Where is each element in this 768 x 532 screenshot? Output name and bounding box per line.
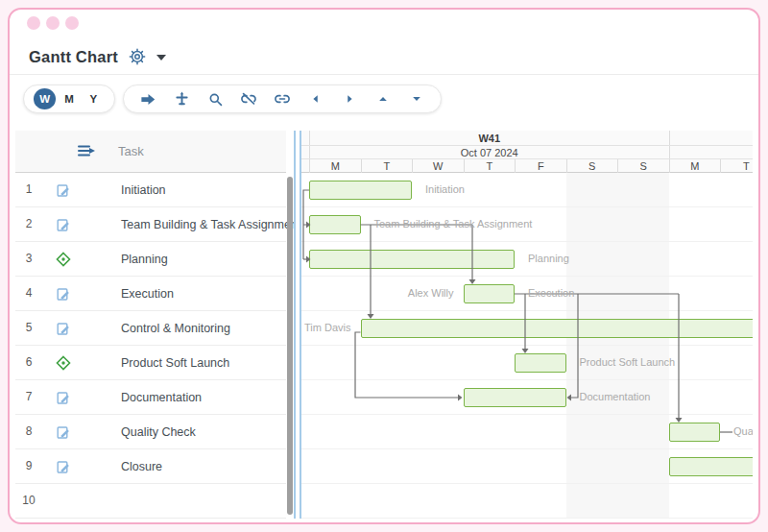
taskbar-product-soft-launch[interactable] [515,353,566,373]
grid-vertical-scrollbar[interactable] [287,177,293,515]
edit-icon[interactable] [56,217,71,232]
row-number: 1 [15,182,42,196]
arrow-right-icon[interactable] [137,88,158,109]
timeline-week-tier: W41 [301,131,753,146]
chart-row [301,277,753,311]
taskbar-quality-check[interactable] [669,423,721,442]
date-cell [669,146,754,158]
window-dot [27,16,40,30]
caret-up-icon[interactable] [372,88,394,109]
day-cell: W [412,159,464,173]
window-dot [46,16,60,30]
window-dots [27,16,79,30]
day-cell: S [617,159,669,173]
unlink-icon[interactable] [238,88,259,109]
edit-icon[interactable] [56,182,71,198]
day-cell: F [515,159,566,173]
timeline-day-tier: MTWTFSSMT [301,159,753,173]
taskbar-right-label: Execution [528,287,574,299]
week-label: W41 [309,131,669,145]
task-grid: Task 1Initiation2Team Building & Task As… [15,131,286,519]
toolbar: WMY [10,85,758,113]
task-row-7[interactable]: 7Documentation [15,380,286,415]
taskbar-control-monitoring[interactable] [361,319,754,338]
task-name: Planning [121,253,168,266]
milestone-icon[interactable] [56,355,71,371]
day-cell: T [361,159,413,173]
edit-icon[interactable] [56,321,71,336]
task-row-4[interactable]: 4Execution [15,277,286,311]
task-row-6[interactable]: 6Product Soft Launch [15,346,286,380]
taskbar-team-building-task-assignment[interactable] [309,215,361,234]
page-title: Gantt Chart [29,48,118,66]
window-dot [65,16,79,30]
taskbar-right-label: Quality Check [733,425,753,437]
taskbar-documentation[interactable] [464,388,566,407]
taskbar-initiation[interactable] [309,181,412,200]
row-number: 10 [15,494,42,507]
edit-icon[interactable] [56,459,71,474]
taskbar-right-label: Documentation [580,391,651,402]
view-mode-group: WMY [23,85,115,113]
link-icon[interactable] [272,88,293,109]
task-row-10[interactable]: 10 [15,484,286,519]
view-mode-y-button[interactable]: Y [83,88,105,109]
edit-icon[interactable] [56,390,71,405]
timeline-date-tier: Oct 07 2024 [301,146,753,159]
task-row-9[interactable]: 9Closure [15,449,286,484]
search-icon[interactable] [204,88,226,109]
edit-icon[interactable] [56,424,71,440]
taskbar-closure[interactable] [669,457,754,476]
taskbar-right-label: Team Building & Task Assignment [374,218,533,230]
chart-row [301,484,753,519]
date-label: Oct 07 2024 [309,146,669,158]
taskbar-planning[interactable] [309,250,515,269]
task-row-2[interactable]: 2Team Building & Task Assignment [15,207,286,242]
task-grid-header[interactable]: Task [15,131,286,173]
view-mode-w-button[interactable]: W [34,88,56,109]
column-menu-icon[interactable] [77,143,96,162]
day-cell: M [669,159,721,173]
caret-left-icon[interactable] [305,88,326,109]
row-number: 7 [15,390,42,403]
view-mode-m-button[interactable]: M [58,88,80,109]
row-number: 5 [15,321,42,334]
timeline-header: W41 Oct 07 2024 MTWTFSSMT [301,131,753,173]
taskbar-left-label: Tim Davis [304,322,350,333]
task-row-8[interactable]: 8Quality Check [15,415,286,449]
milestone-icon[interactable] [56,252,71,267]
task-name: Team Building & Task Assignment [121,218,300,231]
edit-icon[interactable] [56,286,71,302]
day-cell: T [720,159,753,173]
task-row-5[interactable]: 5Control & Monitoring [15,311,286,346]
chart-body: InitiationTeam Building & Task Assignmen… [301,173,753,519]
row-number: 2 [15,217,42,230]
caret-down-icon[interactable] [406,88,427,109]
task-row-1[interactable]: 1Initiation [15,173,286,207]
row-number: 3 [15,252,42,265]
task-column-header: Task [118,144,144,158]
toolbar-icon-group [123,85,442,113]
day-cell: M [309,159,361,173]
task-row-3[interactable]: 3Planning [15,242,286,277]
grid-chart-splitter[interactable] [294,131,301,519]
task-name: Product Soft Launch [121,356,229,370]
caret-right-icon[interactable] [339,88,360,109]
plane-icon[interactable] [171,88,192,109]
row-number: 9 [15,459,42,472]
row-number: 6 [15,355,42,369]
row-number: 4 [15,286,42,300]
week-cell [669,131,754,145]
gantt-chart-pane: W41 Oct 07 2024 MTWTFSSMT InitiationTeam… [301,131,753,519]
task-name: Closure [121,460,162,473]
taskbar-right-label: Product Soft Launch [580,356,676,368]
taskbar-execution[interactable] [464,284,516,303]
title-dropdown-caret-icon[interactable] [156,55,166,60]
task-name: Control & Monitoring [121,322,230,335]
title-bar: Gantt Chart [29,46,166,67]
task-name: Execution [121,287,174,301]
gear-icon[interactable] [127,46,148,67]
day-cell: T [464,159,516,173]
taskbar-left-label: Alex Willy [408,287,454,299]
task-name: Documentation [121,391,202,404]
